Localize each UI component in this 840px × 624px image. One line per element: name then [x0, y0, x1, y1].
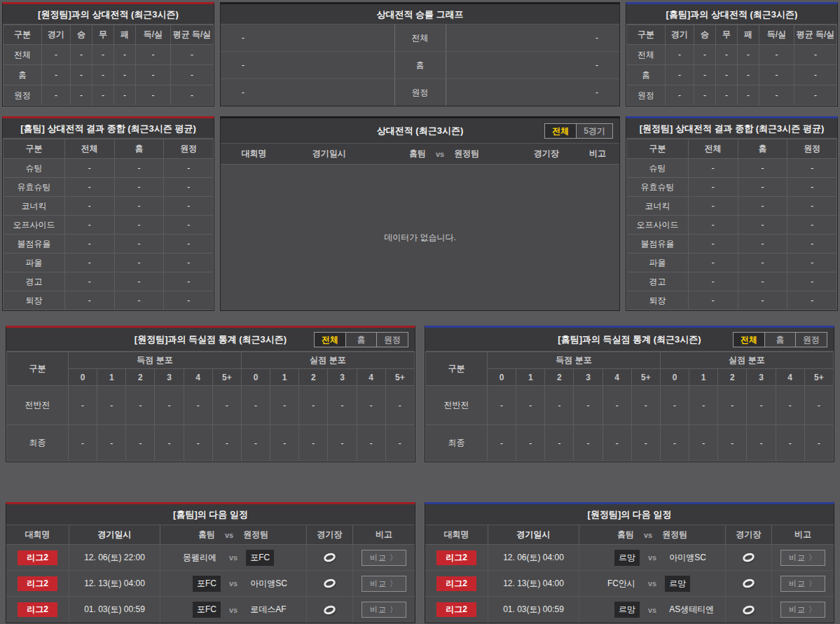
- stat-cell: -: [794, 65, 837, 85]
- tab-home[interactable]: 홈: [764, 333, 795, 347]
- panel-title: [홈팀] 상대전적 결과 종합 (최근3시즌 평균): [3, 118, 214, 139]
- stat-cell: -: [738, 197, 787, 216]
- stat-cell: -: [114, 178, 164, 197]
- col-header-stadium: 경기장: [517, 148, 576, 160]
- stat-cell: -: [328, 386, 357, 425]
- stat-cell: -: [65, 291, 115, 310]
- panel-result-summary-away: [원정팀] 상대전적 결과 종합 (최근3시즌 평균) 구분 전체 홈 원정 슈…: [626, 116, 838, 311]
- stat-cell: -: [689, 216, 738, 235]
- tab-last5[interactable]: 5경기: [576, 124, 612, 138]
- col-header: 평균 득/실: [794, 25, 837, 45]
- stat-cell: -: [718, 386, 747, 425]
- tab-all[interactable]: 전체: [734, 333, 764, 347]
- graph-right-value: -: [446, 79, 620, 106]
- team-home: 르망: [614, 550, 640, 566]
- graph-row: - 홈 -: [221, 52, 619, 79]
- compare-button[interactable]: 비교 〉: [780, 576, 825, 592]
- stat-cell: -: [65, 197, 115, 216]
- compare-button[interactable]: 비교 〉: [780, 602, 825, 618]
- bin-header: 4: [776, 369, 804, 386]
- team-home: 몽펠리에: [179, 550, 221, 566]
- col-header: 승: [694, 25, 716, 45]
- graph-row-label: 원정: [394, 79, 446, 106]
- stat-cell: -: [385, 425, 414, 462]
- stat-cell: -: [114, 291, 164, 310]
- stat-cell: -: [65, 178, 115, 197]
- bin-header: 3: [747, 369, 776, 386]
- tab-all[interactable]: 전체: [545, 124, 576, 138]
- row-label: 코너킥: [627, 197, 689, 216]
- graph-right-value: -: [446, 52, 620, 78]
- stat-cell: -: [738, 272, 787, 291]
- bin-header: 5+: [385, 369, 414, 386]
- bin-header: 0: [69, 369, 97, 386]
- stat-cell: -: [114, 235, 164, 254]
- vs-label: vs: [644, 531, 652, 539]
- group-header-conceded: 실점 분포: [660, 352, 833, 369]
- vs-label: vs: [225, 531, 233, 539]
- col-header-match: 홈팀 vs 원정팀: [160, 525, 307, 544]
- tab-all[interactable]: 전체: [315, 333, 345, 347]
- goal-stats-row: [원정팀]과의 득실점 통계 (최근3시즌) 전체 홈 원정 구분 득점 분포 …: [6, 326, 834, 462]
- bin-header: 1: [270, 369, 299, 386]
- stat-cell: -: [738, 85, 759, 106]
- stat-cell: -: [738, 216, 787, 235]
- h2h-vs-away-table: 구분 경기 승 무 패 득/실 평균 득/실 전체 - - - - - - 홈 …: [3, 25, 214, 106]
- h2h-vs-home-table: 구분 경기 승 무 패 득/실 평균 득/실 전체 - - - - - - 홈 …: [626, 25, 837, 106]
- match-datetime: 12. 06(토) 04:00: [488, 545, 579, 570]
- compare-button[interactable]: 비교 〉: [362, 550, 406, 566]
- bin-header: 1: [689, 369, 718, 386]
- compare-button[interactable]: 비교 〉: [780, 550, 825, 566]
- stat-cell: -: [241, 386, 270, 425]
- stat-cell: -: [164, 254, 214, 272]
- stat-cell: -: [689, 272, 738, 291]
- stat-cell: -: [171, 45, 214, 65]
- row-label: 경고: [627, 272, 689, 291]
- tab-home[interactable]: 홈: [345, 333, 376, 347]
- panel-title-bar: [원정팀]과의 득실점 통계 (최근3시즌) 전체 홈 원정: [6, 328, 415, 352]
- bin-header: 2: [299, 369, 328, 386]
- stat-cell: -: [787, 159, 837, 178]
- compare-button[interactable]: 비교 〉: [362, 602, 406, 618]
- tab-away[interactable]: 원정: [376, 333, 408, 347]
- col-header: 전체: [65, 139, 115, 159]
- compare-button[interactable]: 비교 〉: [362, 576, 406, 592]
- col-header-note: 비고: [353, 525, 415, 544]
- team-away: 르망: [665, 576, 690, 592]
- stat-cell: -: [787, 197, 837, 216]
- graph-left-value: -: [221, 52, 394, 78]
- col-header-home: 홈팀: [409, 148, 426, 160]
- col-header: 구분: [7, 352, 69, 386]
- row-label: 코너킥: [4, 197, 65, 216]
- stat-cell: -: [804, 425, 833, 462]
- tab-away[interactable]: 원정: [795, 333, 827, 347]
- team-home: 포FC: [193, 576, 221, 592]
- stat-cell: -: [171, 85, 214, 106]
- col-header-away: 원정팀: [243, 529, 268, 541]
- stat-cell: -: [270, 386, 299, 425]
- row-label: 경고: [4, 272, 65, 291]
- stat-cell: -: [164, 216, 214, 235]
- row-label: 최종: [426, 425, 488, 462]
- stat-cell: -: [42, 85, 71, 106]
- schedule-row-item: 리그2 01. 03(토) 00:59 포FC vs 로데스AF 비교 〉: [6, 597, 415, 623]
- stat-cell: -: [42, 65, 71, 85]
- row-label: 유효슈팅: [4, 178, 65, 197]
- stat-cell: -: [694, 65, 716, 85]
- stat-cell: -: [241, 425, 270, 462]
- row-label: 원정: [627, 85, 666, 106]
- stat-cell: -: [574, 386, 603, 425]
- stat-cell: -: [689, 425, 718, 462]
- stat-cell: -: [92, 65, 114, 85]
- group-header-scored: 득점 분포: [488, 352, 661, 369]
- schedule-row-item: 리그2 12. 06(토) 04:00 르망 vs 아미앵SC 비교 〉: [425, 545, 834, 571]
- panel-title: [원정팀]과의 상대전적 (최근3시즌): [3, 4, 214, 25]
- schedule-row-item: 리그2 01. 03(토) 00:59 르망 vs AS생테티엔 비교 〉: [425, 597, 834, 623]
- bin-header: 1: [97, 369, 126, 386]
- bin-header: 4: [603, 369, 631, 386]
- col-header-stadium: 경기장: [307, 525, 353, 544]
- stat-cell: -: [787, 272, 837, 291]
- graph-row-label: 홈: [394, 52, 446, 78]
- stat-cell: -: [299, 425, 328, 462]
- stat-cell: -: [357, 386, 385, 425]
